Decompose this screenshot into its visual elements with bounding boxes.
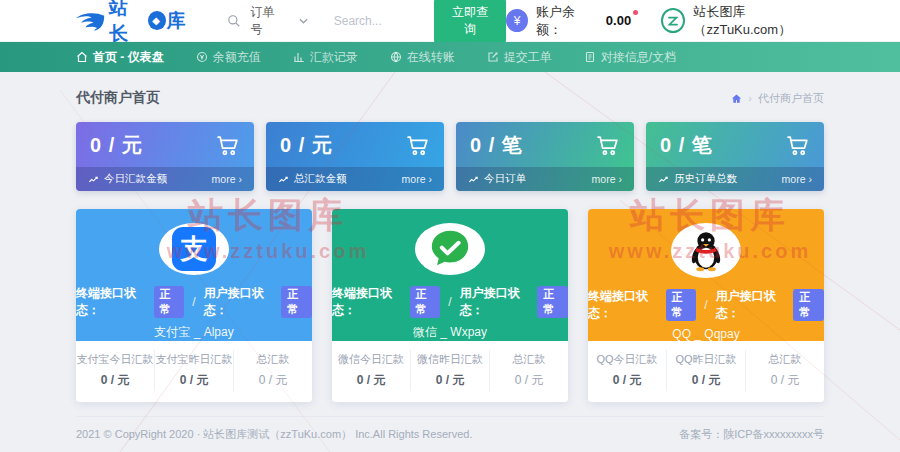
channel-card-row: 支 终端接口状态： 正常 / 用户接口状态： 正常 支付宝 _ Alpay 支付… [76, 209, 824, 402]
page-footer: 2021 © CopyRight 2020 · 站长图库测试（zzTuKu.co… [76, 416, 824, 442]
top-header: 站长 ◆ 库 订单号 立即查询 ¥ 账户余额： 0.00 站长图库（zzTuKu… [0, 0, 900, 42]
balance-value: 0.00 [606, 13, 631, 28]
channel-stat-col: 总汇款 0 / 元 [233, 350, 312, 391]
nav-item-online-transfer[interactable]: 在线转账 [390, 49, 455, 66]
breadcrumb-separator: › [748, 92, 752, 104]
status-badge: 正常 [793, 289, 824, 321]
page-title: 代付商户首页 [76, 89, 160, 107]
stat-label: 今日汇款金额 [104, 172, 167, 186]
terminal-status-label: 终端接口状态： [332, 285, 404, 319]
status-badge: 正常 [281, 286, 312, 318]
trend-icon [278, 174, 289, 185]
channel-stat-col: 支付宝今日汇款 0 / 元 [76, 350, 154, 391]
home-icon [76, 51, 88, 63]
channel-name: 微信 _ Wxpay [413, 324, 487, 341]
recharge-icon [196, 51, 208, 63]
channel-stat-col: 支付宝昨日汇款 0 / 元 [154, 350, 233, 391]
trend-icon [658, 174, 669, 185]
chevron-down-icon [299, 18, 308, 24]
avatar [661, 8, 685, 33]
more-link[interactable]: more › [402, 173, 432, 185]
status-badge: 正常 [154, 286, 185, 318]
nav-item-recharge[interactable]: 余额充值 [196, 49, 261, 66]
stat-value: 0 / 笔 [470, 132, 523, 159]
stat-label: 总汇款金额 [294, 172, 347, 186]
logo-text-left: 站长 [109, 0, 147, 47]
breadcrumb-current: 代付商户首页 [758, 91, 824, 106]
account-balance[interactable]: ¥ 账户余额： 0.00 [506, 3, 631, 39]
ticket-icon [487, 51, 499, 63]
channel-stat-col: 微信昨日汇款 0 / 元 [410, 350, 489, 391]
channel-card-alipay: 支 终端接口状态： 正常 / 用户接口状态： 正常 支付宝 _ Alpay 支付… [76, 209, 312, 402]
query-now-button[interactable]: 立即查询 [434, 0, 506, 44]
channel-card-wechat: 终端接口状态： 正常 / 用户接口状态： 正常 微信 _ Wxpay 微信今日汇… [332, 209, 568, 402]
logo-swoosh-icon [74, 11, 106, 31]
nav-item-api-docs[interactable]: 对接信息/文档 [584, 49, 676, 66]
balance-label: 账户余额： [536, 3, 598, 39]
trend-icon [468, 174, 479, 185]
status-badge: 正常 [410, 286, 441, 318]
site-logo[interactable]: 站长 ◆ 库 [74, 0, 187, 47]
more-link[interactable]: more › [592, 173, 622, 185]
stat-card-row: 0 / 元 今日汇款金额 more › 0 / 元 总汇款金额 [76, 122, 824, 191]
more-link[interactable]: more › [212, 173, 242, 185]
yuan-circle-icon: ¥ [506, 9, 528, 32]
stat-card-today-orders: 0 / 笔 今日订单 more › [456, 122, 634, 191]
search-category-select[interactable]: 订单号 [251, 4, 308, 38]
cart-icon [405, 133, 430, 158]
profile-name: 站长图库（zzTuKu.com） [693, 3, 838, 39]
stat-value: 0 / 笔 [660, 132, 713, 159]
notification-dot [633, 10, 638, 15]
alipay-icon: 支 [159, 223, 229, 275]
terminal-status-label: 终端接口状态： [76, 285, 148, 319]
qq-penguin-icon [671, 223, 741, 278]
cart-icon [215, 133, 240, 158]
cart-icon [595, 133, 620, 158]
terminal-status-label: 终端接口状态： [588, 288, 660, 322]
records-icon [293, 51, 305, 63]
stat-card-history-orders: 0 / 笔 历史订单总数 more › [646, 122, 824, 191]
user-status-label: 用户接口状态： [716, 288, 788, 322]
status-badge: 正常 [666, 289, 697, 321]
channel-stat-col: 总汇款 0 / 元 [489, 350, 568, 391]
nav-item-submit-ticket[interactable]: 提交工单 [487, 49, 552, 66]
status-badge: 正常 [537, 286, 568, 318]
nav-item-dashboard[interactable]: 首页 - 仪表盘 [76, 49, 164, 66]
channel-name: 支付宝 _ Alpay [154, 324, 233, 341]
docs-icon [584, 51, 596, 63]
stat-value: 0 / 元 [90, 132, 143, 159]
channel-stat-col: 总汇款 0 / 元 [745, 350, 824, 391]
stat-label: 今日订单 [484, 172, 526, 186]
stat-value: 0 / 元 [280, 132, 333, 159]
logo-text-right: 库 [167, 8, 187, 34]
order-search-bar: 订单号 立即查询 [227, 0, 506, 44]
search-icon [227, 14, 241, 28]
user-status-label: 用户接口状态： [204, 285, 276, 319]
search-input[interactable] [334, 14, 420, 28]
transfer-icon [390, 51, 402, 63]
search-category-value: 订单号 [251, 4, 283, 38]
channel-stat-col: QQ今日汇款 0 / 元 [588, 350, 666, 391]
icp-record-text: 备案号：陕ICP备xxxxxxxxx号 [679, 427, 824, 442]
nav-item-remit-records[interactable]: 汇款记录 [293, 49, 358, 66]
channel-stat-col: QQ昨日汇款 0 / 元 [666, 350, 745, 391]
cart-icon [785, 133, 810, 158]
channel-stat-col: 微信今日汇款 0 / 元 [332, 350, 410, 391]
stat-card-total-amount: 0 / 元 总汇款金额 more › [266, 122, 444, 191]
logo-diamond-icon: ◆ [148, 11, 166, 30]
user-status-label: 用户接口状态： [460, 285, 532, 319]
more-link[interactable]: more › [782, 173, 812, 185]
channel-card-qq: 终端接口状态： 正常 / 用户接口状态： 正常 QQ _ Qqpay QQ今日汇… [588, 209, 824, 402]
breadcrumb[interactable]: › 代付商户首页 [731, 91, 824, 106]
main-navbar: 首页 - 仪表盘 余额充值 汇款记录 在线转账 提交工单 对接信息/文档 [0, 42, 900, 72]
trend-icon [88, 174, 99, 185]
stat-label: 历史订单总数 [674, 172, 737, 186]
breadcrumb-home-icon [731, 93, 742, 104]
user-profile[interactable]: 站长图库（zzTuKu.com） [661, 3, 838, 39]
wechat-icon [415, 223, 485, 275]
stat-card-today-amount: 0 / 元 今日汇款金额 more › [76, 122, 254, 191]
channel-name: QQ _ Qqpay [672, 327, 739, 341]
copyright-text: 2021 © CopyRight 2020 · 站长图库测试（zzTuKu.co… [76, 427, 473, 442]
